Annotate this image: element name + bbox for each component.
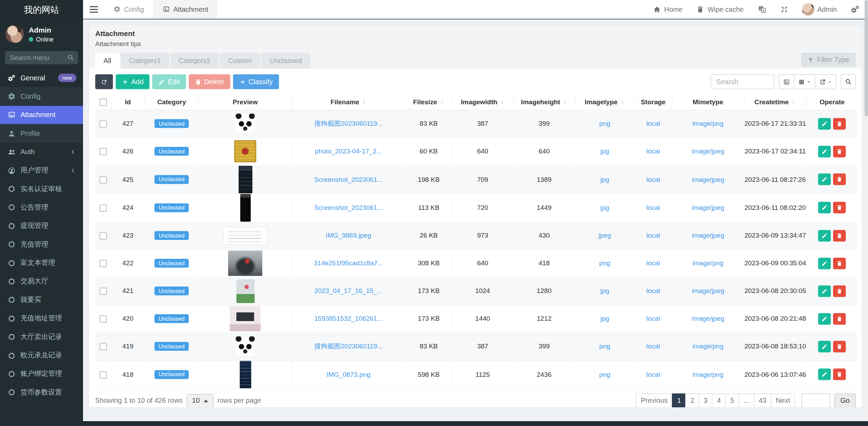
export-button[interactable]	[815, 74, 836, 89]
filename-link[interactable]: Screenshot_2023061...	[314, 204, 383, 211]
preview-thumbnail[interactable]	[230, 306, 261, 331]
sidebar-item-profile[interactable]: Profile	[0, 124, 83, 143]
go-button[interactable]: Go	[834, 393, 856, 407]
sidebar-item-menu-12[interactable]: 我要买	[0, 291, 83, 309]
page-ellipsis[interactable]: ...	[739, 393, 754, 407]
storage-link[interactable]: local	[646, 148, 660, 155]
fullscreen-button[interactable]	[780, 5, 788, 13]
row-delete-button[interactable]	[833, 145, 846, 157]
row-edit-button[interactable]	[818, 313, 831, 325]
settings-button[interactable]	[851, 5, 860, 14]
row-delete-button[interactable]	[833, 257, 846, 269]
storage-link[interactable]: local	[646, 175, 660, 183]
page-jump-input[interactable]	[802, 393, 830, 407]
preview-thumbnail[interactable]	[240, 194, 250, 221]
scrollbar[interactable]	[865, 0, 868, 421]
row-checkbox[interactable]	[100, 232, 107, 240]
column-header-imagetype[interactable]: Imagetype	[575, 94, 634, 110]
mimetype-link[interactable]: image/jpeg	[692, 148, 724, 155]
row-delete-button[interactable]	[833, 118, 846, 130]
row-edit-button[interactable]	[818, 369, 831, 380]
mimetype-link[interactable]: image/jpeg	[692, 232, 724, 239]
columns-button[interactable]	[794, 74, 815, 89]
imagetype-link[interactable]: jpg	[600, 148, 609, 155]
tab-category2[interactable]: Category2	[170, 53, 219, 69]
filename-link[interactable]: 搜狗截图2023060119...	[314, 119, 383, 127]
row-checkbox[interactable]	[100, 288, 107, 295]
mimetype-link[interactable]: image/png	[693, 343, 724, 350]
user-avatar[interactable]	[6, 25, 24, 43]
row-delete-button[interactable]	[833, 313, 846, 325]
sidebar-item-menu-10[interactable]: 富文本管理	[0, 254, 83, 272]
row-edit-button[interactable]	[818, 340, 831, 352]
row-checkbox[interactable]	[100, 148, 107, 155]
sidebar-item-menu-16[interactable]: 账户绑定管理	[0, 365, 83, 383]
mimetype-link[interactable]: image/jpeg	[692, 287, 724, 295]
imagetype-link[interactable]: png	[599, 371, 610, 378]
filename-link[interactable]: 2023_04_17_16_15_...	[314, 287, 383, 295]
nav-tab-attachment[interactable]: Attachment	[153, 0, 218, 18]
storage-link[interactable]: local	[646, 371, 660, 378]
preview-thumbnail[interactable]	[228, 250, 262, 276]
sidebar-item-menu-9[interactable]: 充值管理	[0, 235, 83, 254]
imagetype-link[interactable]: jpg	[600, 315, 609, 322]
imagetype-link[interactable]: png	[599, 259, 610, 267]
delete-button[interactable]: Delete	[189, 74, 230, 89]
sidebar-toggle-button[interactable]	[83, 0, 104, 18]
wipe-cache-link[interactable]: Wipe cache	[696, 5, 743, 13]
tab-all[interactable]: All	[95, 53, 119, 69]
filename-link[interactable]: IMG_0873.png	[327, 371, 371, 378]
row-delete-button[interactable]	[833, 174, 846, 185]
search-toggle-button[interactable]	[841, 74, 856, 89]
select-all-checkbox[interactable]	[100, 99, 107, 106]
filename-link[interactable]: photo_2023-04-17_2...	[315, 148, 382, 155]
storage-link[interactable]: local	[646, 343, 660, 350]
sidebar-item-menu-7[interactable]: 公告管理	[0, 198, 83, 216]
row-delete-button[interactable]	[833, 202, 846, 213]
mimetype-link[interactable]: image/jpeg	[692, 315, 724, 322]
preview-thumbnail[interactable]	[238, 166, 252, 193]
preview-thumbnail[interactable]	[234, 336, 256, 357]
row-checkbox[interactable]	[100, 371, 107, 378]
column-header-imageheight[interactable]: Imageheight	[513, 94, 575, 110]
sidebar-item-menu-11[interactable]: 交易大厅	[0, 272, 83, 291]
storage-link[interactable]: local	[646, 120, 660, 127]
imagetype-link[interactable]: jpg	[600, 204, 609, 211]
row-delete-button[interactable]	[833, 340, 846, 352]
row-edit-button[interactable]	[818, 230, 831, 241]
table-search-input[interactable]	[711, 74, 774, 89]
page-button-4[interactable]: 4	[712, 393, 726, 407]
mimetype-link[interactable]: image/png	[693, 371, 724, 378]
page-button-5[interactable]: 5	[725, 393, 739, 407]
row-edit-button[interactable]	[818, 145, 831, 157]
page-size-dropdown[interactable]: 10	[186, 394, 213, 407]
page-button-3[interactable]: 3	[699, 393, 713, 407]
refresh-button[interactable]	[95, 74, 113, 89]
page-button-2[interactable]: 2	[685, 393, 699, 407]
mimetype-link[interactable]: image/jpeg	[692, 204, 724, 211]
storage-link[interactable]: local	[646, 204, 660, 211]
row-checkbox[interactable]	[100, 316, 107, 323]
sidebar-item-menu-15[interactable]: 欧元承兑记录	[0, 346, 83, 365]
row-checkbox[interactable]	[100, 176, 107, 183]
sidebar-item-menu-13[interactable]: 充值地址管理	[0, 309, 83, 328]
imagetype-link[interactable]: jpg	[600, 175, 609, 183]
classify-button[interactable]: Classify	[233, 74, 279, 89]
nav-tab-config[interactable]: Config	[104, 0, 154, 18]
row-delete-button[interactable]	[833, 230, 846, 241]
filename-link[interactable]: IMG_9869.jpeg	[326, 232, 371, 239]
tab-unclassed[interactable]: Unclassed	[262, 53, 310, 69]
mimetype-link[interactable]: image/jpeg	[692, 175, 724, 183]
sidebar-item-menu-8[interactable]: 提现管理	[0, 217, 83, 235]
column-header-createtime[interactable]: Createtime	[744, 94, 806, 110]
page-button-1[interactable]: 1	[672, 393, 686, 407]
filename-link[interactable]: 1593851532_106261...	[314, 315, 383, 322]
preview-thumbnail[interactable]	[234, 113, 256, 134]
filename-link[interactable]: 搜狗截图2023060119...	[314, 342, 383, 350]
tab-category1[interactable]: Category1	[121, 53, 169, 69]
imagetype-link[interactable]: jpg	[600, 287, 609, 295]
column-header-filename[interactable]: Filename	[292, 94, 405, 110]
admin-menu[interactable]: Admin	[802, 3, 837, 15]
imagetype-link[interactable]: png	[599, 120, 610, 127]
imagetype-link[interactable]: jpeg	[599, 232, 611, 239]
